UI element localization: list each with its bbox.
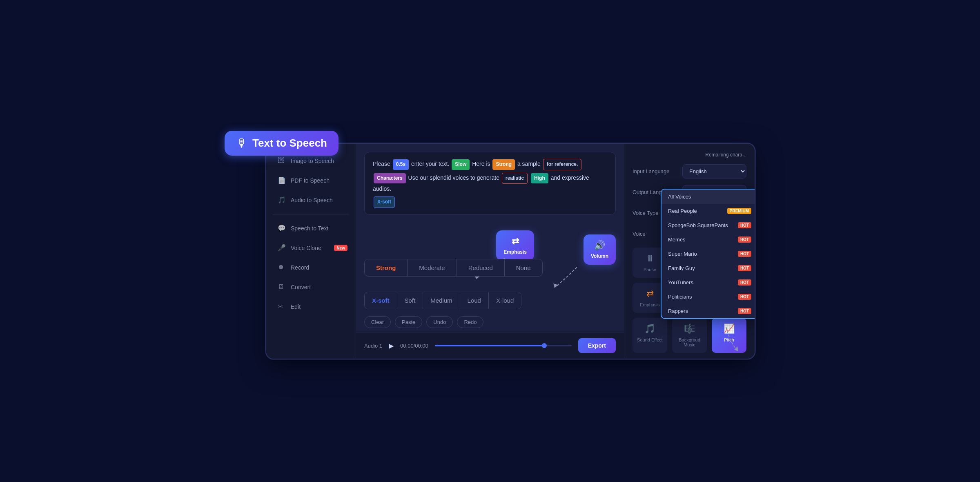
volume-btn-icon: 🔊: [594, 240, 605, 251]
text-display[interactable]: Please 0.5s enter your text. Slow Here i…: [364, 152, 616, 215]
sound-effect-label: Sound Effect: [637, 337, 663, 342]
hot-badge: HOT: [738, 251, 751, 257]
sidebar-item-label: Image to Speech: [291, 158, 334, 164]
tag-high[interactable]: High: [531, 173, 548, 184]
premium-badge: PREMIUM: [727, 208, 751, 214]
logo-badge: 🎙 Text to Speech: [225, 131, 339, 156]
emphasis-btn-icon: ⇄: [512, 236, 519, 247]
text-4: a sample: [517, 161, 542, 167]
time-display: 00:00/00:00: [400, 343, 428, 349]
pause-icon: ⏸: [646, 253, 655, 264]
text-3: Here is: [472, 161, 492, 167]
dropdown-label: Family Guy: [668, 265, 695, 271]
volume-option-soft[interactable]: Soft: [397, 292, 423, 309]
remaining-chars: Remaining chara...: [633, 152, 746, 158]
logo-text: Text to Speech: [252, 137, 327, 150]
dropdown-label: YouTubers: [668, 279, 693, 286]
pdf-to-speech-icon: 📄: [278, 176, 286, 185]
sidebar-item-pdf-to-speech[interactable]: 📄 PDF to Speech: [270, 172, 352, 190]
dropdown-item-rappers[interactable]: Rappers HOT: [662, 304, 755, 318]
background-music-icon: 🎼: [684, 324, 695, 334]
dropdown-item-memes[interactable]: Memes HOT: [662, 232, 755, 247]
logo-icon: 🎙: [236, 136, 247, 150]
clear-button[interactable]: Clear: [364, 316, 391, 328]
dropdown-item-mario[interactable]: Super Mario HOT: [662, 247, 755, 261]
sidebar-item-label: PDF to Speech: [291, 177, 330, 184]
right-panel: Remaining chara... Input Language Englis…: [624, 144, 755, 359]
dropdown-item-spongebob[interactable]: SpongeBob SquarePants HOT: [662, 218, 755, 232]
record-icon: ⏺: [278, 263, 286, 272]
text-2: enter your text.: [411, 161, 451, 167]
emphasis-btn-label: Emphasis: [503, 249, 527, 255]
image-to-speech-icon: 🖼: [278, 157, 286, 165]
dropdown-item-real-people[interactable]: Real People PREMIUM: [662, 204, 755, 218]
export-button[interactable]: Export: [578, 338, 616, 353]
speech-to-text-icon: 💬: [278, 224, 286, 232]
svg-marker-1: [553, 283, 559, 288]
tag-for-reference[interactable]: for reference.: [543, 159, 582, 170]
tag-realistic[interactable]: realistic: [502, 173, 528, 184]
sidebar: 🖼 Image to Speech 📄 PDF to Speech 🎵 Audi…: [266, 144, 356, 359]
volume-option-xsoft[interactable]: X-soft: [365, 292, 397, 309]
sidebar-item-speech-to-text[interactable]: 💬 Speech to Text: [270, 219, 352, 237]
input-language-row: Input Language English: [633, 164, 746, 179]
play-button[interactable]: ▶: [389, 342, 394, 350]
app-window: 🖼 Image to Speech 📄 PDF to Speech 🎵 Audi…: [265, 143, 755, 359]
volume-option-xloud[interactable]: X-loud: [489, 292, 521, 309]
tag-05s[interactable]: 0.5s: [393, 159, 409, 170]
progress-bar[interactable]: [435, 345, 572, 346]
dropdown-item-all-voices[interactable]: All Voices: [662, 190, 755, 204]
undo-button[interactable]: Undo: [426, 316, 453, 328]
emphasis-icon: ⇄: [646, 288, 654, 299]
dropdown-label: Politicians: [668, 294, 692, 300]
emphasis-option-reduced[interactable]: Reduced: [457, 259, 505, 276]
edit-icon: ✂: [278, 303, 286, 311]
hot-badge: HOT: [738, 308, 751, 314]
icon-background-music[interactable]: 🎼 Backgroud Music: [672, 318, 707, 353]
progress-handle[interactable]: [542, 343, 547, 348]
volume-option-medium[interactable]: Medium: [423, 292, 460, 309]
volume-arrow: [552, 267, 601, 292]
voice-clone-icon: 🎤: [278, 244, 286, 252]
emphasis-floating-button[interactable]: ⇄ Emphasis: [496, 230, 534, 261]
hot-badge: HOT: [738, 279, 751, 286]
sidebar-item-edit[interactable]: ✂ Edit: [270, 298, 352, 316]
sound-effect-icon: 🎵: [644, 324, 655, 334]
emphasis-options: Strong Moderate Reduced None: [364, 259, 543, 277]
input-language-select[interactable]: English: [682, 164, 746, 179]
audio-player: Audio 1 ▶ 00:00/00:00 Export: [356, 332, 624, 359]
tag-slow[interactable]: Slow: [452, 159, 470, 170]
input-language-label: Input Language: [633, 168, 677, 174]
emphasis-option-none[interactable]: None: [505, 259, 542, 276]
dropdown-label: Rappers: [668, 308, 688, 314]
pitch-arrow: [706, 335, 746, 359]
audio-to-speech-icon: 🎵: [278, 196, 286, 204]
pitch-active-icon: 📈: [724, 324, 735, 334]
emphasis-option-moderate[interactable]: Moderate: [408, 259, 457, 276]
text-6: Use our splendid voices to generate: [408, 174, 501, 181]
icon-sound-effect[interactable]: 🎵 Sound Effect: [633, 318, 667, 353]
sidebar-item-audio-to-speech[interactable]: 🎵 Audio to Speech: [270, 191, 352, 209]
volume-option-loud[interactable]: Loud: [460, 292, 489, 309]
volume-floating-button[interactable]: 🔊 Volumn: [584, 234, 616, 265]
tag-strong[interactable]: Strong: [492, 159, 515, 170]
redo-button[interactable]: Redo: [457, 316, 483, 328]
emphasis-option-strong[interactable]: Strong: [365, 259, 408, 276]
sidebar-item-voice-clone[interactable]: 🎤 Voice Clone New: [270, 239, 352, 257]
dropdown-item-politicians[interactable]: Politicians HOT: [662, 290, 755, 304]
progress-fill: [435, 345, 544, 346]
dropdown-item-youtubers[interactable]: YouTubers HOT: [662, 275, 755, 290]
convert-icon: 🖥: [278, 283, 286, 291]
dropdown-item-family-guy[interactable]: Family Guy HOT: [662, 261, 755, 275]
sidebar-item-record[interactable]: ⏺ Record: [270, 259, 352, 277]
hot-badge: HOT: [738, 222, 751, 228]
background-music-label: Backgroud Music: [675, 337, 704, 347]
tag-xsoft[interactable]: X-soft: [374, 196, 395, 208]
audio-label: Audio 1: [364, 343, 382, 349]
volume-btn-label: Volumn: [591, 253, 608, 259]
hot-badge: HOT: [738, 294, 751, 300]
sidebar-item-convert[interactable]: 🖥 Convert: [270, 278, 352, 296]
paste-button[interactable]: Paste: [395, 316, 422, 328]
hot-badge: HOT: [738, 237, 751, 243]
tag-characters[interactable]: Characters: [374, 173, 406, 184]
